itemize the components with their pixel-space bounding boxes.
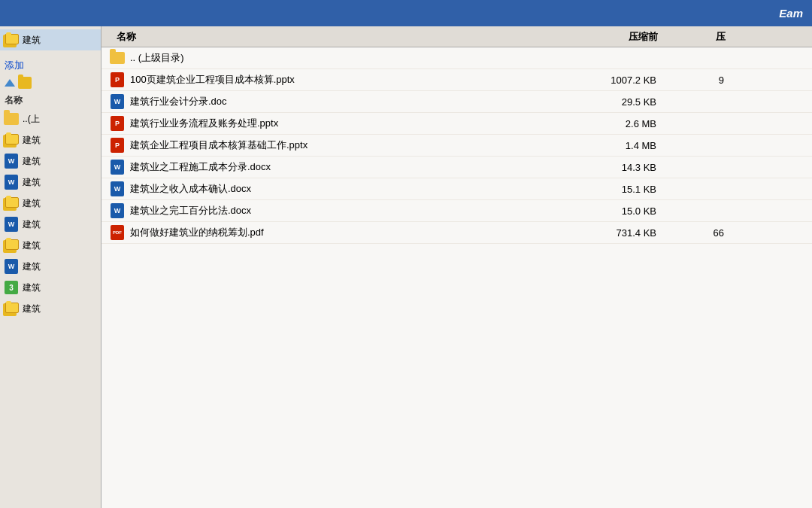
sidebar-label-7: 建筑 [23, 281, 41, 294]
docx-icon-7 [108, 202, 127, 219]
up-button[interactable] [0, 75, 101, 91]
col-compressed-before-header: 压缩前 [553, 30, 673, 44]
folder-stack-icon [3, 32, 20, 48]
sidebar-item-2[interactable]: 建筑 [0, 172, 101, 193]
sidebar-label-3: 建筑 [23, 197, 41, 210]
file-compressed-1: 9 [671, 75, 732, 86]
file-name-4: 建筑企业工程项目成本核算基础工作.pptx [130, 138, 551, 152]
sidebar-item-0[interactable]: 建筑 [0, 129, 101, 151]
table-row[interactable]: 建筑业之收入成本确认.docx 15.1 KB [102, 178, 812, 200]
file-size-4: 1.4 MB [551, 140, 671, 151]
sidebar-item-top-folder[interactable]: 建筑 [0, 29, 101, 50]
docx-icon-5 [108, 159, 127, 175]
doc-icon-row-2 [108, 93, 127, 110]
special-icon-7: 3 [3, 279, 20, 296]
pdf-icon-8 [108, 224, 127, 241]
sidebar-label-0: 建筑 [23, 134, 41, 147]
sidebar-item-4[interactable]: 建筑 [0, 214, 101, 235]
sidebar-label-8: 建筑 [23, 303, 41, 315]
table-row[interactable]: 建筑业之完工百分比法.docx 15.0 KB [102, 200, 812, 222]
col-compressed-header: 压 [673, 30, 733, 44]
sidebar-item-3[interactable]: 建筑 [0, 193, 101, 214]
file-name-3: 建筑行业业务流程及账务处理.pptx [130, 117, 551, 130]
sidebar-top-label: 建筑 [23, 34, 41, 47]
folder-stack-icon-0 [3, 132, 20, 148]
table-row[interactable]: 建筑业之工程施工成本分录.docx 14.3 KB [102, 157, 812, 178]
doc-icon-1 [3, 153, 20, 169]
file-size-8: 731.4 KB [551, 227, 671, 239]
sidebar-item-1[interactable]: 建筑 [0, 151, 101, 172]
file-name-7: 建筑业之完工百分比法.docx [130, 204, 551, 217]
file-name-8: 如何做好建筑业的纳税筹划.pdf [130, 226, 551, 239]
file-name-2: 建筑行业会计分录.doc [130, 95, 551, 108]
file-size-3: 2.6 MB [551, 118, 671, 129]
file-list: .. (上级目录) 100页建筑企业工程项目成本核算.pptx 1007.2 K… [102, 47, 812, 508]
file-size-2: 29.5 KB [551, 96, 671, 108]
col-name-header: 名称 [102, 30, 553, 44]
pptx-icon-4 [108, 137, 127, 154]
table-row[interactable]: 建筑行业会计分录.doc 29.5 KB [102, 91, 812, 113]
folder-stack-icon-8 [3, 300, 20, 317]
file-name-6: 建筑业之收入成本确认.docx [130, 182, 551, 196]
folder-icon-up [18, 77, 32, 89]
folder-icon-row [108, 50, 127, 66]
file-size-5: 14.3 KB [551, 162, 671, 173]
doc-icon-4 [3, 216, 20, 233]
table-row[interactable]: .. (上级目录) [102, 47, 812, 69]
docx-icon-6 [108, 181, 127, 197]
sidebar-divider-1 [0, 50, 101, 56]
folder-stack-icon-3 [3, 195, 20, 211]
sidebar-label-1: 建筑 [23, 155, 41, 168]
folder-icon-parent [3, 111, 20, 127]
pptx-icon-3 [108, 115, 127, 132]
window-container: Eam 建筑 添加 [0, 0, 812, 508]
doc-icon-6 [3, 258, 20, 275]
doc-icon-2 [3, 174, 20, 190]
table-row[interactable]: 100页建筑企业工程项目成本核算.pptx 1007.2 KB 9 [102, 69, 812, 91]
sidebar-item-6[interactable]: 建筑 [0, 256, 101, 277]
folder-stack-icon-5 [3, 237, 20, 254]
add-button[interactable]: 添加 [0, 56, 101, 75]
sidebar-label-2: 建筑 [23, 176, 41, 189]
sidebar-label-parent: ..(上 [23, 113, 40, 126]
top-bar: Eam [0, 0, 812, 26]
file-size-7: 15.0 KB [551, 205, 671, 217]
sidebar-item-7[interactable]: 3 建筑 [0, 277, 101, 298]
sidebar-item-8[interactable]: 建筑 [0, 298, 101, 319]
sidebar-section-title: 名称 [0, 91, 101, 108]
column-header: 名称 压缩前 压 [102, 26, 812, 47]
sidebar-label-5: 建筑 [23, 239, 41, 252]
sidebar-item-parent[interactable]: ..(上 [0, 108, 101, 129]
table-row[interactable]: 建筑企业工程项目成本核算基础工作.pptx 1.4 MB [102, 135, 812, 157]
sidebar: 建筑 添加 名称 ..(上 [0, 26, 102, 508]
file-compressed-8: 66 [671, 227, 732, 239]
file-name-1: 100页建筑企业工程项目成本核算.pptx [130, 73, 551, 87]
add-label: 添加 [5, 59, 24, 72]
sidebar-item-5[interactable]: 建筑 [0, 235, 101, 256]
up-arrow-icon [5, 79, 15, 87]
file-name-0: .. (上级目录) [130, 51, 551, 65]
top-bar-right: Eam [779, 7, 803, 20]
file-size-6: 15.1 KB [551, 184, 671, 195]
main-content: 名称 压缩前 压 .. (上级目录) [102, 26, 812, 508]
table-row[interactable]: 建筑行业业务流程及账务处理.pptx 2.6 MB [102, 113, 812, 135]
file-name-5: 建筑业之工程施工成本分录.docx [130, 160, 551, 174]
pptx-icon-1 [108, 71, 127, 88]
table-row[interactable]: 如何做好建筑业的纳税筹划.pdf 731.4 KB 66 [102, 222, 812, 244]
sidebar-label-4: 建筑 [23, 218, 41, 231]
file-size-1: 1007.2 KB [551, 75, 671, 86]
sidebar-label-6: 建筑 [23, 260, 41, 273]
